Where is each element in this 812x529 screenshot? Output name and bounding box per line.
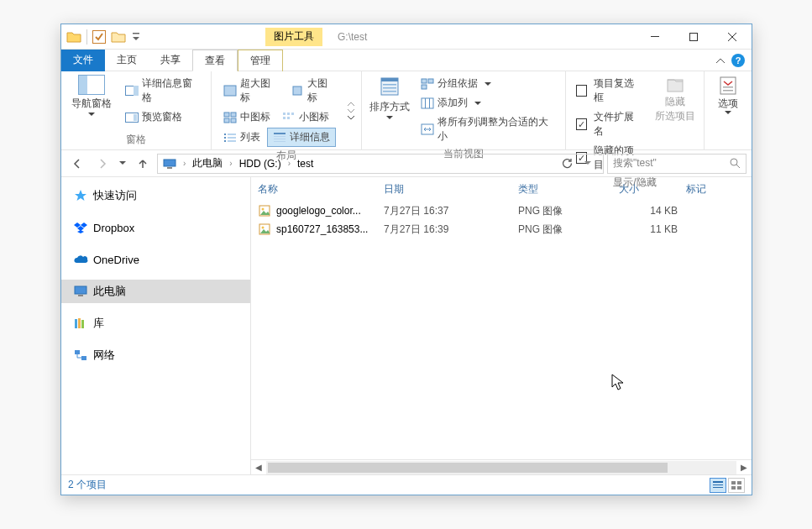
forward-button[interactable]	[92, 153, 113, 175]
svg-rect-62	[737, 481, 741, 484]
item-count: 2 个项目	[68, 478, 107, 492]
star-icon	[73, 188, 88, 203]
navigation-tree[interactable]: 快速访问 Dropbox OneDrive 此电脑 库 网络	[61, 177, 251, 474]
search-input[interactable]: 搜索"test"	[607, 154, 747, 174]
svg-rect-45	[167, 167, 172, 169]
up-button[interactable]	[132, 153, 154, 175]
sort-by-button[interactable]: 排序方式	[369, 75, 411, 145]
svg-rect-19	[228, 134, 236, 135]
file-date: 7月27日 16:37	[384, 204, 518, 218]
tree-network[interactable]: 网络	[61, 343, 250, 367]
col-type[interactable]: 类型	[518, 182, 619, 196]
item-checkboxes-toggle[interactable]: 项目复选框	[573, 75, 647, 107]
chevron-right-icon[interactable]: ›	[286, 159, 292, 168]
svg-rect-27	[274, 141, 286, 142]
fit-columns-button[interactable]: 将所有列调整为合适的大小	[417, 113, 558, 145]
ribbon-group-panes: 导航窗格 详细信息窗格 预览窗格 窗格	[61, 71, 212, 149]
layout-scroll-up-icon[interactable]	[348, 102, 354, 107]
layout-scroll-down-icon[interactable]	[348, 108, 354, 113]
file-row[interactable]: googlelogo_color...7月27日 16:37PNG 图像14 K…	[251, 202, 752, 220]
qat-properties-icon[interactable]	[92, 30, 106, 44]
recent-locations-button[interactable]	[117, 153, 128, 175]
tab-view[interactable]: 查看	[192, 50, 238, 71]
xl-icons-icon	[223, 85, 237, 97]
chevron-right-icon[interactable]: ›	[228, 159, 233, 168]
sort-icon	[378, 75, 401, 98]
folder-icon[interactable]	[66, 29, 81, 45]
breadcrumb-dropdown-icon[interactable]	[584, 161, 600, 165]
col-size[interactable]: 大小	[619, 182, 686, 196]
col-tags[interactable]: 标记	[686, 182, 736, 196]
svg-rect-24	[274, 133, 286, 134]
titlebar: 图片工具 G:\test	[61, 24, 752, 50]
scroll-left-button[interactable]: ◀	[251, 463, 266, 472]
qat-customize-icon[interactable]	[131, 31, 141, 43]
scroll-right-button[interactable]: ▶	[736, 463, 752, 472]
scroll-thumb[interactable]	[268, 463, 668, 473]
ribbon-collapse-icon[interactable]	[716, 58, 725, 63]
maximize-button[interactable]	[674, 24, 713, 50]
navigation-pane-button[interactable]: 导航窗格	[68, 75, 115, 131]
breadcrumb-drive[interactable]: HDD (G:)	[234, 155, 286, 173]
options-icon	[717, 75, 739, 97]
breadcrumb-folder[interactable]: test	[292, 155, 318, 173]
col-name[interactable]: 名称	[258, 182, 384, 196]
svg-rect-49	[75, 319, 77, 328]
add-columns-button[interactable]: 添加列	[417, 94, 558, 112]
breadcrumb-pc-icon[interactable]	[158, 159, 181, 169]
contextual-tab-label: 图片工具	[265, 28, 322, 46]
tree-libraries[interactable]: 库	[61, 312, 250, 335]
svg-rect-12	[231, 118, 236, 123]
horizontal-scrollbar[interactable]: ◀ ▶	[251, 459, 752, 474]
chevron-right-icon[interactable]: ›	[181, 159, 187, 168]
tab-file[interactable]: 文件	[61, 50, 105, 71]
minimize-button[interactable]	[636, 24, 674, 50]
close-button[interactable]	[713, 24, 752, 50]
details-view-toggle[interactable]	[710, 478, 726, 493]
scroll-track[interactable]	[266, 461, 736, 474]
tree-quick-access[interactable]: 快速访问	[61, 184, 250, 207]
chevron-down-icon	[386, 116, 393, 119]
layout-more-icon[interactable]	[348, 115, 354, 120]
col-date[interactable]: 日期	[384, 182, 518, 196]
preview-pane-icon	[125, 112, 139, 123]
options-button[interactable]: 选项	[711, 75, 745, 134]
layout-xl-icons[interactable]: 超大图标	[218, 75, 284, 107]
breadcrumb-this-pc[interactable]: 此电脑	[187, 155, 228, 173]
l-icons-icon	[291, 85, 304, 97]
svg-point-46	[731, 159, 737, 165]
tree-this-pc[interactable]: 此电脑	[61, 280, 250, 303]
file-row[interactable]: sp160727_163853...7月27日 16:39PNG 图像11 KB	[251, 220, 752, 238]
layout-s-icons[interactable]: 小图标	[277, 108, 334, 126]
refresh-button[interactable]	[561, 158, 579, 170]
file-extensions-toggle[interactable]: ✓文件扩展名	[573, 108, 647, 140]
thumbnails-view-toggle[interactable]	[728, 478, 745, 493]
group-by-button[interactable]: 分组依据	[417, 75, 558, 92]
tab-home[interactable]: 主页	[105, 50, 149, 71]
window-controls	[636, 24, 752, 50]
svg-rect-17	[287, 117, 290, 119]
tab-manage[interactable]: 管理	[238, 50, 283, 71]
svg-rect-35	[422, 85, 427, 89]
help-icon[interactable]: ?	[731, 54, 745, 67]
tree-dropbox[interactable]: Dropbox	[61, 216, 250, 239]
qat-new-folder-icon[interactable]	[111, 29, 126, 45]
file-name: googlelogo_color...	[276, 205, 361, 217]
tree-onedrive[interactable]: OneDrive	[61, 248, 250, 271]
svg-rect-26	[274, 139, 286, 139]
svg-rect-64	[737, 486, 741, 490]
layout-list[interactable]: 列表	[218, 128, 265, 147]
breadcrumb[interactable]: › 此电脑 › HDD (G:) › test	[157, 154, 604, 174]
layout-details[interactable]: 详细信息	[267, 128, 336, 147]
back-button[interactable]	[66, 153, 88, 175]
svg-rect-63	[731, 486, 736, 490]
details-pane-button[interactable]: 详细信息窗格	[122, 75, 203, 107]
ribbon: 导航窗格 详细信息窗格 预览窗格 窗格	[61, 71, 752, 150]
column-headers: 名称 日期 类型 大小 标记	[251, 177, 752, 202]
tab-share[interactable]: 共享	[149, 50, 192, 71]
layout-m-icons[interactable]: 中图标	[218, 108, 275, 126]
svg-rect-36	[422, 98, 433, 108]
preview-pane-button[interactable]: 预览窗格	[122, 108, 203, 126]
layout-l-icons[interactable]: 大图标	[286, 75, 341, 107]
file-list[interactable]: googlelogo_color...7月27日 16:37PNG 图像14 K…	[251, 202, 752, 459]
